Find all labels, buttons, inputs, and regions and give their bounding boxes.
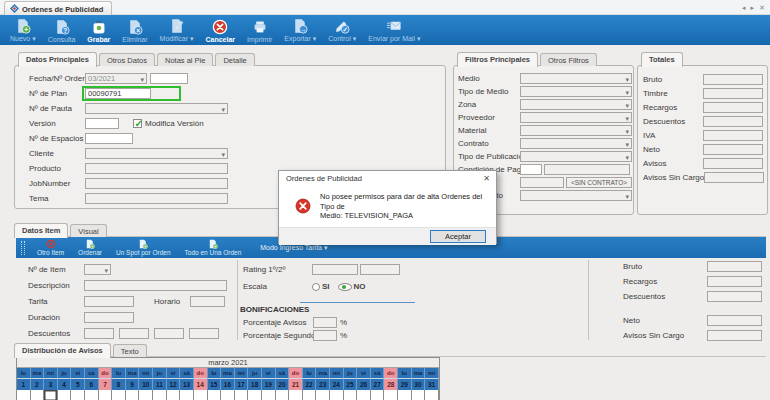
calendar-value-cell[interactable] xyxy=(398,390,412,400)
document-tab[interactable]: Ordenes de Publicidad xyxy=(4,1,112,15)
item-toolbar-button[interactable]: Otro Item xyxy=(30,237,71,258)
toolbar-grip-handle[interactable] xyxy=(21,241,25,255)
calendar-value-cell[interactable] xyxy=(276,390,290,400)
filter-select[interactable]: ▾ xyxy=(520,86,632,97)
descuento-input-2[interactable] xyxy=(119,328,149,339)
calendar-value-cell[interactable] xyxy=(303,390,317,400)
calendar-value-cell[interactable] xyxy=(167,390,181,400)
tema-input[interactable] xyxy=(85,193,228,204)
tarifa-input[interactable] xyxy=(84,296,134,307)
espacios-input[interactable] xyxy=(85,133,133,144)
calendar-date-cell[interactable]: 16 xyxy=(221,379,235,390)
item-total-input[interactable] xyxy=(707,276,762,287)
filter-select[interactable]: ▾ xyxy=(520,73,632,84)
calendar-value-cell[interactable] xyxy=(425,390,439,400)
item-total-input[interactable] xyxy=(707,291,762,302)
calendar-value-cell[interactable] xyxy=(99,390,113,400)
item-total-input[interactable] xyxy=(707,330,762,341)
filter-select[interactable]: ▾ xyxy=(520,151,632,162)
escala-si-radio[interactable] xyxy=(312,283,320,291)
porcentaje-segundos-input[interactable] xyxy=(313,330,337,341)
calendar-value-cell[interactable] xyxy=(330,390,344,400)
filter-select[interactable]: ▾ xyxy=(520,112,632,123)
calendar-value-cell[interactable] xyxy=(126,390,140,400)
calendar-date-cell[interactable]: 29 xyxy=(398,379,412,390)
total-input[interactable] xyxy=(703,116,763,127)
calendar-date-cell[interactable]: 30 xyxy=(412,379,426,390)
calendar-date-cell[interactable]: 10 xyxy=(139,379,153,390)
toolbar-button-exportar[interactable]: →Exportar ▾ xyxy=(278,15,322,45)
calendar-date-cell[interactable]: 12 xyxy=(167,379,181,390)
calendar-value-cell[interactable] xyxy=(371,390,385,400)
calendar-value-cell[interactable] xyxy=(44,390,58,400)
calendar-value-cell[interactable] xyxy=(316,390,330,400)
calendar-value-cell[interactable] xyxy=(139,390,153,400)
tab-close-icon[interactable]: ✕ xyxy=(759,3,765,12)
calendar-date-cell[interactable]: 4 xyxy=(58,379,72,390)
total-input[interactable] xyxy=(703,130,763,141)
calendar-value-cell[interactable] xyxy=(289,390,303,400)
calendar-value-cell[interactable] xyxy=(85,390,99,400)
calendar-date-cell[interactable]: 27 xyxy=(371,379,385,390)
calendar-value-cell[interactable] xyxy=(153,390,167,400)
total-input[interactable] xyxy=(703,88,763,99)
tab-filtros-principales[interactable]: Filtros Principales xyxy=(457,52,538,67)
fecha-orden-select[interactable]: 03/2021 ▾ xyxy=(85,73,147,84)
toolbar-button-control[interactable]: ✓Control ▾ xyxy=(322,15,362,45)
accept-button[interactable]: Aceptar xyxy=(430,230,486,243)
calendar-date-cell[interactable]: 17 xyxy=(235,379,249,390)
cliente-select[interactable]: ▾ xyxy=(85,148,228,159)
tab-distribución-de-avisos[interactable]: Distribución de Avisos xyxy=(14,343,111,358)
descripcion-input[interactable] xyxy=(84,280,227,291)
descuento-input-3[interactable] xyxy=(154,328,184,339)
modifica-version-checkbox[interactable] xyxy=(133,119,142,128)
calendar-date-cell[interactable]: 14 xyxy=(194,379,208,390)
duracion-input[interactable] xyxy=(84,312,134,323)
producto-input[interactable] xyxy=(85,163,228,174)
total-input[interactable] xyxy=(703,102,763,113)
tab-datos-principales[interactable]: Datos Principales xyxy=(18,52,97,67)
calendar-date-cell[interactable]: 21 xyxy=(289,379,303,390)
total-input[interactable] xyxy=(704,172,764,183)
toolbar-button-eliminar[interactable]: ×Eliminar xyxy=(116,15,153,45)
calendar-date-cell[interactable]: 11 xyxy=(153,379,167,390)
calendar-value-cell[interactable] xyxy=(248,390,262,400)
calendar-value-cell[interactable] xyxy=(112,390,126,400)
calendar-value-cell[interactable] xyxy=(357,390,371,400)
condicion-pago-code-input[interactable] xyxy=(520,164,542,175)
calendar-value-cell[interactable] xyxy=(221,390,235,400)
dialog-close-icon[interactable]: ✕ xyxy=(483,174,490,183)
toolbar-button-grabar[interactable]: Grabar xyxy=(81,15,116,45)
tab-datos-item[interactable]: Datos Item xyxy=(14,223,68,238)
calendar-date-cell[interactable]: 15 xyxy=(208,379,222,390)
item-toolbar-button[interactable]: +Ordenar xyxy=(71,237,109,258)
calendar-date-cell[interactable]: 8 xyxy=(112,379,126,390)
tab-scroll-right-icon[interactable]: ▸ xyxy=(751,3,755,12)
condicion-pago-desc-input[interactable] xyxy=(544,164,630,175)
calendar-value-cell[interactable] xyxy=(344,390,358,400)
calendar-value-cell[interactable] xyxy=(180,390,194,400)
calendar-value-cell[interactable] xyxy=(208,390,222,400)
filter-select[interactable]: ▾ xyxy=(520,99,632,110)
calendar-date-cell[interactable]: 9 xyxy=(126,379,140,390)
item-total-input[interactable] xyxy=(707,261,762,272)
calendar-date-cell[interactable]: 13 xyxy=(180,379,194,390)
filter-select[interactable]: ▾ xyxy=(520,138,632,149)
version-input[interactable] xyxy=(85,118,119,129)
calendar-value-cell[interactable] xyxy=(384,390,398,400)
tab-totales[interactable]: Totales xyxy=(641,52,683,67)
total-input[interactable] xyxy=(703,158,763,169)
item-toolbar-button[interactable]: +Un Spot por Orden xyxy=(109,237,178,258)
calendar-value-cell[interactable] xyxy=(262,390,276,400)
calendar-value-cell[interactable] xyxy=(71,390,85,400)
toolbar-button-imprimir[interactable]: Imprimir xyxy=(241,15,278,45)
total-input[interactable] xyxy=(703,144,763,155)
calendar-date-cell[interactable]: 5 xyxy=(71,379,85,390)
calendar-date-cell[interactable]: 22 xyxy=(303,379,317,390)
pauta-select[interactable]: ▾ xyxy=(85,103,228,114)
item-numero-select[interactable]: ▾ xyxy=(84,264,111,275)
horario-input[interactable] xyxy=(190,296,225,307)
toolbar-button-consulta[interactable]: ?Consulta xyxy=(42,15,82,45)
item-toolbar-button[interactable]: +Todo en Una Orden xyxy=(178,237,249,258)
calendar-value-cell[interactable] xyxy=(412,390,426,400)
